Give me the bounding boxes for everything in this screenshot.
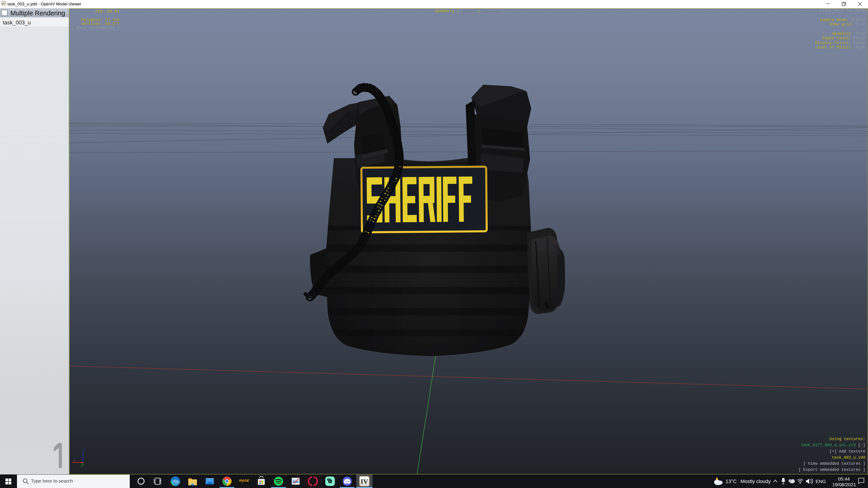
svg-text:IV: IV	[361, 478, 368, 485]
svg-text:13°C: 13°C	[725, 479, 737, 484]
svg-text:Mostly cloudy: Mostly cloudy	[741, 479, 771, 484]
svg-text:x: x	[73, 459, 75, 462]
svg-text:y: y	[83, 463, 85, 466]
svg-text:ENG: ENG	[815, 479, 826, 484]
svg-text:IV: IV	[2, 2, 5, 5]
svg-text:05:44: 05:44	[838, 476, 850, 482]
svg-text:z: z	[84, 448, 86, 451]
svg-text:19/08/2021: 19/08/2021	[832, 482, 856, 487]
svg-text:RAGE: RAGE	[239, 479, 249, 482]
